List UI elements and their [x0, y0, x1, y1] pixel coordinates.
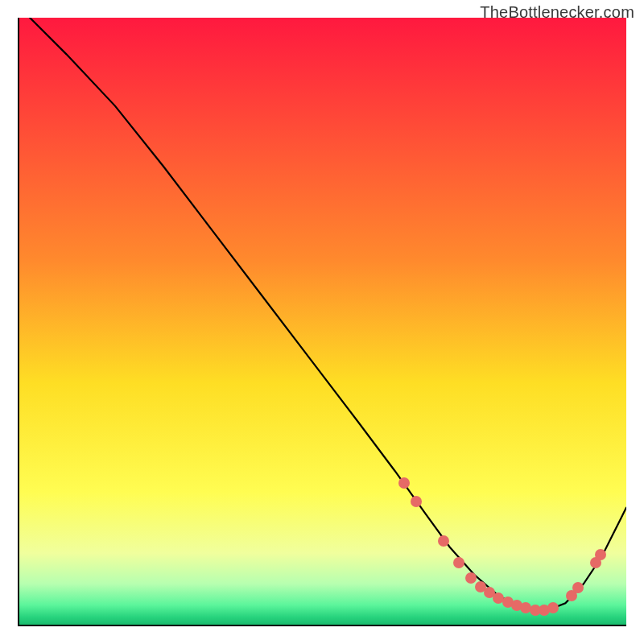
data-marker — [411, 496, 422, 507]
data-marker — [595, 549, 606, 560]
data-marker — [453, 557, 464, 568]
chart-container: TheBottlenecker.com — [0, 0, 644, 644]
plot-area — [18, 18, 626, 626]
data-marker — [547, 602, 559, 613]
curve-line — [18, 18, 626, 626]
data-marker — [398, 477, 410, 489]
attribution-text: TheBottlenecker.com — [480, 3, 634, 22]
data-marker — [465, 572, 477, 584]
data-marker — [438, 535, 449, 547]
data-marker — [572, 582, 584, 593]
